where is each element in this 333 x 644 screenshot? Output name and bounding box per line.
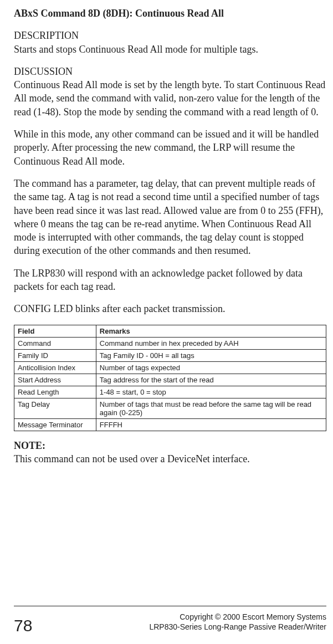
page: ABxS Command 8D (8DH): Continuous Read A… <box>0 0 333 644</box>
discussion-p2: While in this mode, any other command ca… <box>14 127 326 168</box>
header-field: Field <box>14 325 96 337</box>
page-number: 78 <box>14 616 32 635</box>
cell-field: Read Length <box>14 386 96 398</box>
discussion-p3: The command has a parameter, tag delay, … <box>14 177 326 258</box>
cell-remarks: Number of tags that must be read before … <box>96 398 326 418</box>
discussion-p1: Continuous Read All mode is set by the l… <box>14 78 326 119</box>
discussion-label: DISCUSSION <box>14 65 326 78</box>
table-row: Start Address Tag address for the start … <box>14 374 326 386</box>
page-title: ABxS Command 8D (8DH): Continuous Read A… <box>14 7 326 20</box>
description-text: Starts and stops Continuous Read All mod… <box>14 43 326 56</box>
footer-product: LRP830-Series Long-Range Passive Reader/… <box>149 622 326 631</box>
header-remarks: Remarks <box>96 325 326 337</box>
discussion-p5: CONFIG LED blinks after each packet tran… <box>14 302 326 315</box>
table-row: Read Length 1-48 = start, 0 = stop <box>14 386 326 398</box>
footer-divider <box>14 606 326 606</box>
note-label: NOTE: <box>14 439 326 452</box>
cell-field: Anticollision Index <box>14 361 96 374</box>
cell-field: Message Terminator <box>14 418 96 431</box>
cell-remarks: FFFFH <box>96 418 326 431</box>
cell-field: Start Address <box>14 374 96 386</box>
cell-remarks: Tag address for the start of the read <box>96 374 326 386</box>
discussion-p4: The LRP830 will respond with an acknowle… <box>14 267 326 294</box>
note-text: This command can not be used over a Devi… <box>14 452 326 466</box>
table-row: Command Command number in hex preceded b… <box>14 337 326 349</box>
cell-field: Family ID <box>14 349 96 361</box>
field-table: Field Remarks Command Command number in … <box>14 325 326 431</box>
table-row: Anticollision Index Number of tags expec… <box>14 361 326 374</box>
table-row: Message Terminator FFFFH <box>14 418 326 431</box>
table-row: Family ID Tag Family ID - 00H = all tags <box>14 349 326 361</box>
cell-remarks: Tag Family ID - 00H = all tags <box>96 349 326 361</box>
cell-field: Tag Delay <box>14 398 96 418</box>
footer-text: Copyright © 2000 Escort Memory Systems L… <box>149 612 326 632</box>
description-label: DESCRIPTION <box>14 29 326 42</box>
table-row: Tag Delay Number of tags that must be re… <box>14 398 326 418</box>
footer-copyright: Copyright © 2000 Escort Memory Systems <box>180 612 326 621</box>
cell-remarks: Number of tags expected <box>96 361 326 374</box>
cell-remarks: Command number in hex preceded by AAH <box>96 337 326 349</box>
cell-field: Command <box>14 337 96 349</box>
table-header-row: Field Remarks <box>14 325 326 337</box>
cell-remarks: 1-48 = start, 0 = stop <box>96 386 326 398</box>
